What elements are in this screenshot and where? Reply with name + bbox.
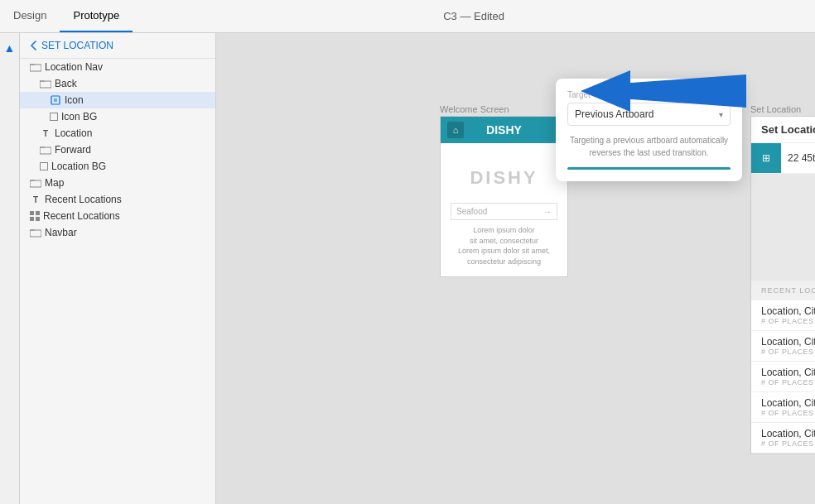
folder-icon [40, 145, 51, 155]
location-name: Location, City [761, 397, 815, 409]
sidebar-item-forward[interactable]: Forward [20, 142, 215, 158]
arrow-right-icon: → [543, 207, 552, 216]
home-icon: ⌂ [447, 122, 464, 138]
sidebar-item-location-nav[interactable]: Location Nav [20, 59, 215, 75]
sidebar-label: Map [45, 177, 64, 189]
set-location-map: Map [751, 174, 815, 281]
sidebar-item-back[interactable]: Back [20, 75, 215, 92]
location-name: Location, City [761, 367, 815, 378]
sidebar-label: Location Nav [45, 61, 103, 73]
location-item-2[interactable]: Location, City # OF PLACES [751, 331, 815, 362]
sidebar-back-link[interactable]: SET LOCATION [20, 33, 215, 59]
sidebar-item-location[interactable]: T Location [20, 125, 215, 142]
directional-arrow-icon [581, 66, 746, 124]
sidebar-item-recent-locations-text[interactable]: T Recent Locations [20, 191, 215, 208]
sidebar-label: Forward [55, 144, 91, 156]
tab-prototype[interactable]: Prototype [60, 0, 133, 32]
svg-rect-3 [54, 98, 57, 102]
svg-rect-0 [30, 65, 41, 71]
welcome-body: DISHY Seafood → Lorem ipsum dolor sit am… [441, 143, 567, 276]
location-item-1[interactable]: Location, City # OF PLACES [751, 300, 815, 331]
artboard-set-label: Set Location [750, 104, 801, 114]
folder-icon [30, 178, 41, 188]
recent-locations-header: RECENT LOCATIONS [751, 281, 815, 300]
sidebar-item-location-bg[interactable]: Location BG [20, 158, 215, 175]
top-bar: Design Prototype C3 — Edited [0, 0, 815, 33]
location-icon: ⊞ [751, 143, 781, 173]
text-icon: T [30, 195, 41, 204]
svg-rect-4 [40, 147, 51, 154]
svg-rect-5 [30, 180, 41, 187]
component-icon [50, 94, 61, 106]
sidebar-item-recent-locations-grid[interactable]: Recent Locations [20, 208, 215, 224]
sidebar-item-map[interactable]: Map [20, 175, 215, 191]
artboard-welcome: ⌂ DISHY DISHY Seafood → Lorem ipsum dolo… [440, 116, 568, 277]
location-sub: # OF PLACES [761, 378, 815, 386]
folder-icon [30, 62, 41, 72]
svg-rect-6 [30, 230, 41, 237]
sidebar: SET LOCATION Location Nav Back Icon [20, 33, 216, 504]
popup-progress-bar [567, 167, 731, 170]
folder-icon [30, 228, 41, 238]
sidebar-label: Recent Locations [45, 194, 122, 205]
text-icon: T [40, 129, 51, 138]
sidebar-label: Icon BG [61, 111, 97, 122]
grid-icon [30, 211, 40, 221]
location-sub: # OF PLACES [761, 409, 815, 417]
welcome-header: ⌂ DISHY [441, 117, 567, 143]
main-layout: ▲ SET LOCATION Location Nav Back [0, 33, 815, 504]
svg-rect-1 [40, 81, 51, 88]
popup-info-text: Targeting a previous artboard automatica… [567, 134, 731, 159]
set-location-title: Set Location [761, 123, 815, 136]
sidebar-item-icon[interactable]: Icon [20, 92, 215, 108]
welcome-search-text: Seafood [456, 207, 487, 216]
location-item-4[interactable]: Location, City # OF PLACES [751, 392, 815, 423]
tool-panel: ▲ [0, 33, 20, 504]
location-name: Location, City [761, 428, 815, 439]
canvas: Welcome Screen ⌂ DISHY DISHY Seafood → L… [216, 33, 815, 504]
svg-marker-8 [581, 70, 746, 112]
sidebar-item-icon-bg[interactable]: Icon BG [20, 108, 215, 125]
rect-icon [40, 162, 48, 170]
tab-design[interactable]: Design [0, 0, 60, 32]
folder-icon [40, 79, 51, 89]
welcome-dishy: DISHY [470, 167, 538, 189]
select-tool-icon[interactable]: ▲ [2, 40, 18, 56]
sidebar-back-label: SET LOCATION [41, 40, 113, 51]
location-sub: # OF PLACES [761, 317, 815, 325]
chevron-left-icon [30, 41, 36, 50]
sidebar-label: Navbar [45, 227, 77, 238]
location-sub: # OF PLACES [761, 348, 815, 356]
welcome-lorem: Lorem ipsum dolor sit amet, consectetur … [451, 225, 557, 266]
location-name: Location, City [761, 305, 815, 317]
sidebar-label: Recent Locations [43, 210, 120, 222]
location-name: Location, City [761, 336, 815, 348]
location-sub: # OF PLACES [761, 439, 815, 448]
location-item-5[interactable]: Location, City # OF PLACES [751, 423, 815, 454]
sidebar-item-navbar[interactable]: Navbar [20, 224, 215, 241]
sidebar-label: Icon [65, 94, 84, 106]
location-input[interactable] [781, 146, 815, 170]
sidebar-label: Back [55, 78, 77, 89]
artboard-welcome-label: Welcome Screen [440, 104, 509, 114]
rect-icon [50, 113, 58, 121]
welcome-title: DISHY [486, 123, 538, 137]
artboard-set: Set Location ⊞ → Map RECENT LOCATIONS Lo… [750, 116, 815, 454]
document-title: C3 — Edited [133, 10, 815, 22]
arrow-overlay [581, 66, 746, 127]
location-item-3[interactable]: Location, City # OF PLACES [751, 362, 815, 392]
set-location-input-row: ⊞ → [751, 143, 815, 174]
tab-group: Design Prototype [0, 0, 133, 32]
sidebar-label: Location BG [51, 161, 106, 172]
welcome-search-bar[interactable]: Seafood → [451, 203, 557, 220]
set-location-header: Set Location [751, 117, 815, 143]
sidebar-label: Location [55, 127, 92, 139]
